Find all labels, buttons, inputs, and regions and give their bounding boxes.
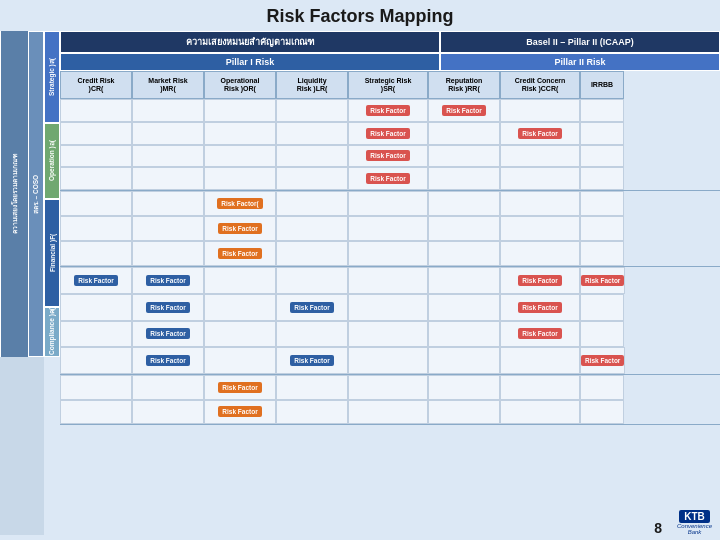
cell (580, 294, 624, 321)
ktb-logo-group: KTB ConvenienceBank (677, 510, 712, 536)
cell (276, 167, 348, 190)
table-row: Risk Factor (60, 145, 720, 168)
table-area: ความเสยงหมนยสำคัญตามเกณฑ Basel II – Pill… (60, 31, 720, 535)
risk-badge: Risk Factor (146, 302, 189, 313)
cell (204, 167, 276, 190)
cell: Risk Factor (500, 294, 580, 321)
risk-badge: Risk Factor (290, 355, 333, 366)
cell (204, 321, 276, 348)
cell (276, 400, 348, 425)
cell (60, 347, 132, 374)
cell (580, 375, 624, 400)
basel-header: Basel II – Pillar II (ICAAP) (440, 31, 720, 53)
cell (132, 99, 204, 122)
cell (60, 122, 132, 145)
cell (348, 241, 428, 266)
outer-vert-label: ความเสยงโดยรวมตามเกณฑ (0, 31, 28, 357)
thai-header: ความเสยงหมนยสำคัญตามเกณฑ (60, 31, 440, 53)
table-row: Risk Factor (60, 241, 720, 266)
cell (60, 294, 132, 321)
convenience-text: ConvenienceBank (677, 523, 712, 536)
cell (348, 321, 428, 348)
risk-badge: Risk Factor (74, 275, 117, 286)
cell (428, 167, 500, 190)
col-header-reputation: ReputationRisk )RR( (428, 71, 500, 99)
cell (276, 375, 348, 400)
cell (580, 191, 624, 216)
cell (132, 400, 204, 425)
cell (580, 241, 624, 266)
risk-badge: Risk Factor (218, 223, 261, 234)
table-row: Risk Factor (60, 400, 720, 425)
table-row: Risk Factor Risk Factor Risk Factor (60, 347, 720, 374)
cell: Risk Factor (60, 267, 132, 294)
pillar1-header: Pillar I Risk (60, 53, 440, 71)
cell (500, 99, 580, 122)
cell (500, 167, 580, 190)
section-financial: Risk Factor Risk Factor Risk Factor Risk… (60, 267, 720, 375)
cell: Risk Factor (580, 347, 625, 374)
cell (348, 191, 428, 216)
risk-badge: Risk Factor (366, 173, 409, 184)
cell (580, 99, 624, 122)
row-label-strategic: Strategic )ส( (44, 31, 60, 123)
side-vert-bottom (0, 357, 28, 535)
cell (428, 241, 500, 266)
cell (500, 191, 580, 216)
cell: Risk Factor (428, 99, 500, 122)
cell: Risk Factor (204, 375, 276, 400)
cell (428, 375, 500, 400)
cell: Risk Factor (204, 400, 276, 425)
cell (276, 122, 348, 145)
col-header-market: Market Risk)MR( (132, 71, 204, 99)
page-container: Risk Factors Mapping ความเสยงโดยรวมตามเก… (0, 0, 720, 540)
table-row: Risk Factor Risk Factor Risk Factor Risk… (60, 267, 720, 294)
risk-badge: Risk Factor (581, 355, 624, 366)
cell (60, 145, 132, 168)
cell (276, 267, 348, 294)
risk-badge: Risk Factor (146, 355, 189, 366)
section-strategic: Risk Factor Risk Factor Risk Factor Risk (60, 99, 720, 191)
table-row: Risk Factor Risk Factor (60, 122, 720, 145)
pillar2-header: Pillar II Risk (440, 53, 720, 71)
cell (428, 122, 500, 145)
col-header-liquidity: LiquidityRisk )LR( (276, 71, 348, 99)
section-compliance: Risk Factor Risk Factor (60, 375, 720, 425)
cell (500, 216, 580, 241)
cell (580, 321, 624, 348)
col-header-credit-concern: Credit ConcernRisk )CCR( (500, 71, 580, 99)
cell: Risk Factor (348, 99, 428, 122)
cell (132, 375, 204, 400)
cell (276, 321, 348, 348)
cell: Risk Factor (132, 321, 204, 348)
cell: Risk Factor (348, 122, 428, 145)
coso-section: สตร. – COSO (28, 31, 44, 535)
cell (132, 167, 204, 190)
risk-badge: Risk Factor (366, 128, 409, 139)
table-row: Risk Factor (60, 216, 720, 241)
cell: Risk Factor (500, 267, 580, 294)
risk-badge: Risk Factor (366, 150, 409, 161)
cell (204, 99, 276, 122)
cell (580, 400, 624, 425)
cell: Risk Factor (132, 267, 204, 294)
cell (348, 347, 428, 374)
cell (428, 347, 500, 374)
cell (204, 267, 276, 294)
risk-badge: Risk Factor (518, 328, 561, 339)
cell (204, 294, 276, 321)
cell (204, 347, 276, 374)
cell (132, 145, 204, 168)
cell (60, 99, 132, 122)
top-headers: ความเสยงหมนยสำคัญตามเกณฑ Basel II – Pill… (60, 31, 720, 53)
cell (204, 122, 276, 145)
risk-badge: Risk Factor (218, 382, 261, 393)
cell: Risk Factor (132, 347, 204, 374)
cell: Risk Factor( (204, 191, 276, 216)
cell (500, 241, 580, 266)
cell (60, 321, 132, 348)
cell: Risk Factor (204, 241, 276, 266)
cell (204, 145, 276, 168)
outer-wrapper: ความเสยงโดยรวมตามเกณฑ สตร. – COSO Strate… (0, 31, 720, 535)
cell (580, 216, 624, 241)
